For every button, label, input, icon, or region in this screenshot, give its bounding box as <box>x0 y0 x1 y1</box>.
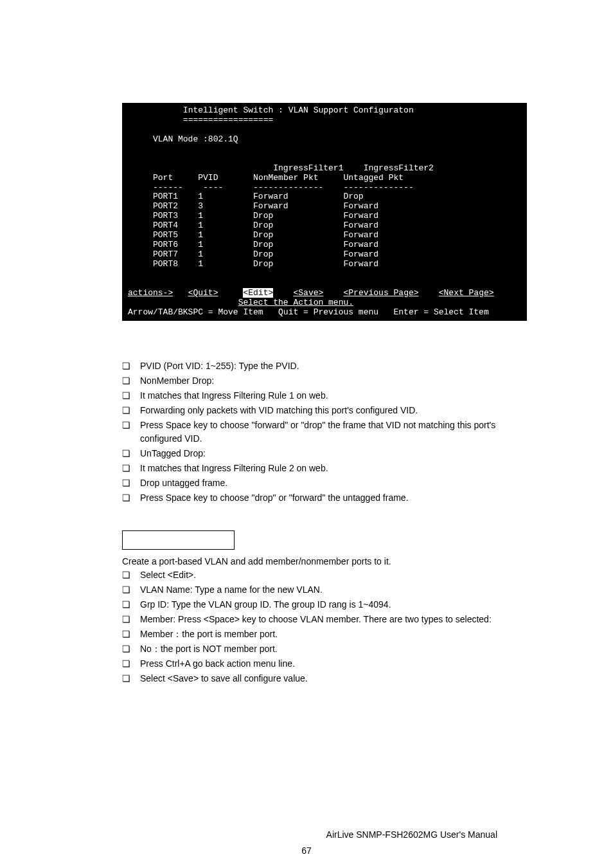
list-item-text: It matches that Ingress Filtering Rule 2… <box>140 462 533 475</box>
bullet-icon: ❏ <box>122 657 140 671</box>
page-number: 67 <box>39 843 574 859</box>
list-item: ❏Grp ID: Type the VLAN group ID. The gro… <box>122 598 533 611</box>
hdr-if2b: Untagged Pkt <box>344 173 404 183</box>
bullet-icon: ❏ <box>122 672 140 685</box>
bullet-icon: ❏ <box>122 642 140 656</box>
hdr-port: Port <box>153 173 173 183</box>
list-item-text: Press Space key to choose "forward" or "… <box>140 419 533 446</box>
bullet-icon: ❏ <box>122 419 140 432</box>
list-item-text: Press Ctrl+A go back action menu line. <box>140 657 533 671</box>
bullet-icon: ❏ <box>122 374 140 388</box>
list-item: ❏No：the port is NOT member port. <box>122 642 533 656</box>
list-item-text: Member：the port is member port. <box>140 628 533 641</box>
list-item: ❏Press Space key to choose "forward" or … <box>122 419 533 446</box>
prev-action[interactable]: <Previous Page> <box>344 288 419 298</box>
save-action[interactable]: <Save> <box>293 288 323 298</box>
list-item: ❏PVID (Port VID: 1~255): Type the PVID. <box>122 359 533 373</box>
list-item: ❏It matches that Ingress Filtering Rule … <box>122 389 533 402</box>
terminal-screenshot: Intelligent Switch : VLAN Support Config… <box>122 103 527 321</box>
list-item: ❏Select <Save> to save all configure val… <box>122 672 533 685</box>
bullet-icon: ❏ <box>122 404 140 417</box>
list-item-text: Forwarding only packets with VID matchin… <box>140 404 533 417</box>
help-mid: Quit = Previous menu <box>278 307 378 317</box>
footer-manual: AirLive SNMP-FSH2602MG User's Manual <box>39 827 574 843</box>
next-action[interactable]: <Next Page> <box>439 288 494 298</box>
empty-box <box>122 530 235 550</box>
list-item: ❏NonMember Drop: <box>122 374 533 388</box>
bullet-icon: ❏ <box>122 447 140 460</box>
list-item: ❏VLAN Name: Type a name for the new VLAN… <box>122 583 533 597</box>
help-left: Arrow/TAB/BKSPC = Move Item <box>128 307 263 317</box>
list-item: ❏Member：the port is member port. <box>122 628 533 641</box>
list-item: ❏Drop untagged frame. <box>122 476 533 490</box>
hdr-if1b: NonMember Pkt <box>253 173 318 183</box>
list-item: ❏Press Ctrl+A go back action menu line. <box>122 657 533 671</box>
bullet-icon: ❏ <box>122 389 140 402</box>
bullet-icon: ❏ <box>122 598 140 611</box>
list-item: ❏Select <Edit>. <box>122 568 533 582</box>
list-item-text: NonMember Drop: <box>140 374 533 388</box>
quit-action[interactable]: <Quit> <box>188 288 218 298</box>
list-item-text: Press Space key to choose "drop" or "for… <box>140 491 533 505</box>
bullet-list-2: ❏Select <Edit>.❏VLAN Name: Type a name f… <box>122 568 533 685</box>
list-item: ❏UnTagged Drop: <box>122 447 533 460</box>
bullet-icon: ❏ <box>122 462 140 475</box>
bullet-icon: ❏ <box>122 628 140 641</box>
select-action-hint: Select the Action menu. <box>238 298 353 307</box>
term-underline: ================== <box>183 115 273 125</box>
bullet-list-1: ❏PVID (Port VID: 1~255): Type the PVID.❏… <box>122 359 533 505</box>
table-rows: PORT1 1 Forward Drop PORT2 3 Forward For… <box>128 192 378 269</box>
list-item: ❏Press Space key to choose "drop" or "fo… <box>122 491 533 505</box>
list-item-text: Grp ID: Type the VLAN group ID. The grou… <box>140 598 533 611</box>
list-item: ❏Member: Press <Space> key to choose VLA… <box>122 613 533 626</box>
list-item-text: UnTagged Drop: <box>140 447 533 460</box>
bullet-icon: ❏ <box>122 491 140 505</box>
list-item-text: Select <Save> to save all configure valu… <box>140 672 533 685</box>
bullet-icon: ❏ <box>122 476 140 490</box>
term-vlanmode: VLAN Mode :802.1Q <box>153 134 238 144</box>
list-item-text: Member: Press <Space> key to choose VLAN… <box>140 613 533 626</box>
term-dashes: ------ ---- -------------- -------------… <box>153 183 414 192</box>
term-title: Intelligent Switch : VLAN Support Config… <box>183 105 414 115</box>
list-item-text: PVID (Port VID: 1~255): Type the PVID. <box>140 359 533 373</box>
bullet-icon: ❏ <box>122 583 140 597</box>
list-item-text: Select <Edit>. <box>140 568 533 582</box>
paragraph-create-vlan: Create a port-based VLAN and add member/… <box>122 555 533 568</box>
bullet-icon: ❏ <box>122 359 140 373</box>
hdr-pvid: PVID <box>198 173 218 183</box>
list-item: ❏It matches that Ingress Filtering Rule … <box>122 462 533 475</box>
help-right: Enter = Select Item <box>393 307 488 317</box>
list-item-text: VLAN Name: Type a name for the new VLAN. <box>140 583 533 597</box>
list-item: ❏Forwarding only packets with VID matchi… <box>122 404 533 417</box>
list-item-text: No：the port is NOT member port. <box>140 642 533 656</box>
hdr-if1a: IngressFilter1 <box>273 163 343 173</box>
edit-action[interactable]: <Edit> <box>243 288 273 298</box>
bullet-icon: ❏ <box>122 613 140 626</box>
actions-label: actions-> <box>128 288 173 298</box>
list-item-text: It matches that Ingress Filtering Rule 1… <box>140 389 533 402</box>
bullet-icon: ❏ <box>122 568 140 582</box>
hdr-if2a: IngressFilter2 <box>364 163 434 173</box>
list-item-text: Drop untagged frame. <box>140 476 533 490</box>
